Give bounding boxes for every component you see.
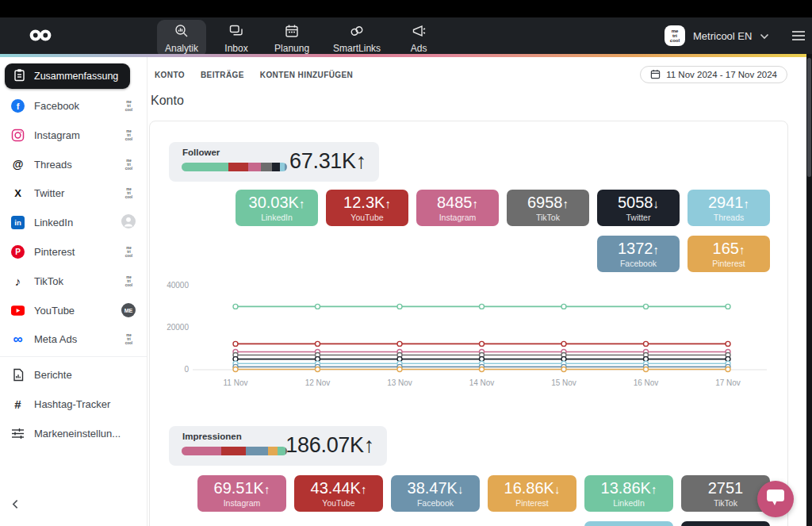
meta-ads-icon: ∞ [11, 332, 25, 346]
metricool-mini-avatar: metricool [122, 158, 136, 171]
sidebar-item-label: Zusammenfassung [34, 71, 118, 82]
main-content: KONTOBEITRÄGEKONTEN HINZUFÜGEN 11 Nov 20… [148, 57, 806, 526]
nav-planung[interactable]: Planung [266, 20, 317, 57]
sidebar-item-tiktok[interactable]: ♪TikTokmetricool [0, 267, 147, 296]
y-axis-tick: 20000 [150, 323, 189, 332]
sidebar-item-facebook[interactable]: fFacebookmetricool [0, 91, 147, 121]
impressions-badge-row-1: 69.51K↑Instagram43.44K↑YouTube38.47K↓Fac… [169, 475, 770, 512]
sidebar-item-hashtag-tracker[interactable]: #Hashtag-Tracker [0, 390, 147, 419]
bar-segment-pinterest [268, 447, 278, 455]
date-range-label: 11 Nov 2024 - 17 Nov 2024 [666, 70, 777, 79]
nav-label: SmartLinks [333, 43, 381, 54]
badge-value: 38.47K↓ [408, 479, 464, 498]
linkedin-icon: in [11, 216, 25, 229]
date-range-picker[interactable]: 11 Nov 2024 - 17 Nov 2024 [640, 66, 787, 83]
sidebar-item-label: YouTube [34, 305, 112, 317]
hamburger-menu-icon[interactable] [791, 30, 806, 41]
bar-segment-youtube [221, 447, 246, 455]
sidebar-item-label: Twitter [34, 187, 113, 199]
nav-label: Ads [411, 43, 427, 54]
nav-label: Planung [274, 43, 309, 54]
y-axis-tick: 0 [150, 365, 189, 374]
chat-support-button[interactable] [757, 481, 794, 517]
section-tabs: KONTOBEITRÄGEKONTEN HINZUFÜGEN [155, 71, 353, 79]
sidebar-item-threads[interactable]: @Threadsmetricool [0, 150, 147, 179]
metricool-mini-avatar: metricool [122, 129, 136, 142]
impressions-badge-row-2 [169, 521, 770, 526]
nav-analytik[interactable]: Analytik [157, 20, 206, 57]
scrollbar-thumb[interactable] [807, 58, 811, 177]
nav-ads[interactable]: Ads [396, 20, 441, 57]
nav-label: Inbox [224, 43, 247, 54]
follower-summary-card: Follower 67.31K↑ [169, 142, 379, 182]
analytics-card: Follower 67.31K↑ 30.03K↑LinkedIn12.3K↑Yo… [149, 121, 788, 526]
metric-badge-twitter: 5058↓Twitter [597, 190, 680, 226]
follower-total: 67.31K↑ [289, 149, 366, 174]
sidebar-item-markeneinstellungen[interactable]: Markeneinstellun... [0, 419, 147, 448]
sidebar-item-pinterest[interactable]: PPinterestmetricool [0, 237, 147, 267]
sidebar-item-label: Berichte [34, 369, 136, 381]
planung-icon [284, 23, 300, 41]
badge-value: 8485↑ [437, 194, 478, 213]
impressions-total: 186.07K↑ [285, 433, 374, 458]
account-name[interactable]: Metricool EN [693, 30, 752, 42]
threads-icon: @ [11, 158, 25, 171]
berichte-icon [11, 368, 25, 382]
sidebar-item-linkedin[interactable]: inLinkedIn [0, 208, 147, 237]
bar-segment-instagram [248, 163, 262, 171]
tab-konten-hinzufuegen[interactable]: KONTEN HINZUFÜGEN [260, 71, 353, 79]
instagram-icon [11, 129, 25, 142]
badge-network-label: Threads [714, 213, 745, 222]
follower-badge-row-1: 30.03K↑LinkedIn12.3K↑YouTube8485↑Instagr… [169, 190, 770, 226]
nav-label: Analytik [165, 43, 198, 54]
chevron-down-icon[interactable] [760, 29, 769, 43]
clipboard-icon [13, 68, 26, 84]
x-axis-tick: 17 Nov [696, 378, 760, 387]
chart-canvas [169, 277, 770, 384]
bar-segment-twitter [272, 163, 280, 171]
account-avatar[interactable]: metricool [665, 25, 685, 46]
sidebar-item-instagram[interactable]: Instagrammetricool [0, 121, 147, 150]
calendar-icon [650, 69, 661, 81]
tab-beitraege[interactable]: BEITRÄGE [201, 71, 244, 79]
badge-network-label: Facebook [620, 259, 657, 268]
sidebar-collapse-button[interactable] [10, 498, 21, 513]
primary-nav: AnalytikInboxPlanungSmartLinksAds [157, 20, 441, 57]
badge-network-label: TikTok [536, 213, 560, 222]
metric-badge-pinterest: 16.86K↓Pinterest [488, 475, 576, 512]
badge-value: 1372↑ [618, 240, 659, 259]
hashtag-tracker-icon: # [11, 397, 25, 411]
metric-badge-pinterest: 165↑Pinterest [688, 236, 770, 272]
bar-segment-linkedin [278, 447, 285, 455]
sidebar-item-label: LinkedIn [34, 217, 112, 228]
badge-value: 2751 [708, 479, 744, 498]
tab-konto[interactable]: KONTO [155, 71, 185, 79]
badge-value: 13.86K↑ [601, 479, 657, 498]
follower-distribution-bar [182, 163, 287, 171]
metricool-mini-avatar: metricool [122, 332, 136, 346]
nav-inbox[interactable]: Inbox [214, 20, 259, 57]
sidebar-item-twitter[interactable]: XTwittermetricool [0, 179, 147, 208]
x-axis-tick: 12 Nov [286, 378, 350, 387]
metric-badge-linkedin: 13.86K↑LinkedIn [584, 475, 673, 512]
metric-badge-facebook: 1372↑Facebook [597, 236, 680, 272]
vertical-scrollbar[interactable] [806, 54, 812, 526]
x-axis-tick: 11 Nov [204, 378, 267, 387]
sidebar-item-berichte[interactable]: Berichte [0, 360, 147, 390]
badge-network-label: Pinterest [712, 259, 745, 268]
nav-smartlinks[interactable]: SmartLinks [325, 20, 389, 57]
x-axis-tick: 14 Nov [450, 378, 514, 387]
follower-label: Follower [182, 148, 220, 157]
sidebar-item-meta-ads[interactable]: ∞Meta Adsmetricool [0, 324, 147, 354]
sidebar-item-zusammenfassung[interactable]: Zusammenfassung [5, 63, 130, 89]
sidebar-item-youtube[interactable]: YouTubeME [0, 296, 147, 325]
sidebar-item-label: Pinterest [34, 246, 113, 258]
youtube-account-avatar: ME [121, 303, 136, 317]
x-axis-tick: 16 Nov [615, 378, 678, 387]
sidebar-item-label: Meta Ads [34, 333, 113, 345]
impressions-label: Impressionen [182, 432, 242, 441]
badge-network-label: Instagram [439, 213, 477, 222]
metric-badge-twitter [681, 521, 770, 526]
window-top-strip [0, 0, 812, 17]
badge-network-label: YouTube [322, 498, 354, 508]
